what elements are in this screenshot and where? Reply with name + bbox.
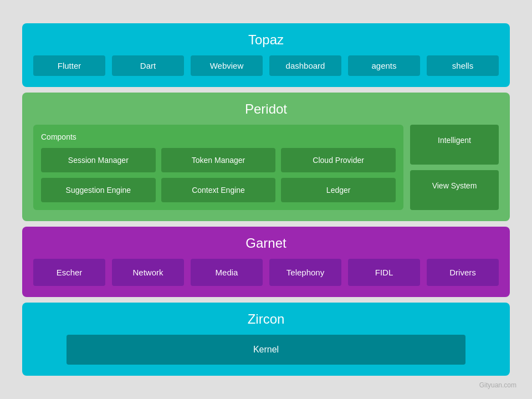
componts-label: Componts xyxy=(41,132,396,141)
zircon-layer: Zircon Kernel xyxy=(22,303,510,376)
peridot-components-box: Componts Session Manager Token Manager C… xyxy=(33,125,403,210)
peridot-token-manager: Token Manager xyxy=(161,148,276,172)
topaz-shells: shells xyxy=(427,55,499,76)
topaz-dashboard: dashboard xyxy=(269,55,341,76)
peridot-right: Intelligent View System xyxy=(410,125,499,210)
garnet-fidl: FIDL xyxy=(348,259,420,286)
topaz-items: Flutter Dart Webview dashboard agents sh… xyxy=(33,55,499,76)
garnet-title: Garnet xyxy=(33,236,499,251)
garnet-drivers: Drivers xyxy=(427,259,499,286)
peridot-session-manager: Session Manager xyxy=(41,148,156,172)
peridot-ledger: Ledger xyxy=(281,178,396,202)
topaz-dart: Dart xyxy=(112,55,184,76)
peridot-suggestion-engine: Suggestion Engine xyxy=(41,178,156,202)
peridot-cloud-provider: Cloud Provider xyxy=(281,148,396,172)
architecture-diagram: Topaz Flutter Dart Webview dashboard age… xyxy=(22,23,510,376)
peridot-layer: Peridot Componts Session Manager Token M… xyxy=(22,93,510,221)
topaz-agents: agents xyxy=(348,55,420,76)
garnet-network: Network xyxy=(112,259,184,286)
topaz-title: Topaz xyxy=(33,32,499,48)
peridot-inner: Componts Session Manager Token Manager C… xyxy=(33,125,499,210)
peridot-title: Peridot xyxy=(33,101,499,117)
garnet-escher: Escher xyxy=(33,259,105,286)
peridot-context-engine: Context Engine xyxy=(161,178,276,202)
topaz-flutter: Flutter xyxy=(33,55,105,76)
garnet-media: Media xyxy=(191,259,263,286)
garnet-items: Escher Network Media Telephony FIDL Driv… xyxy=(33,259,499,286)
peridot-grid: Session Manager Token Manager Cloud Prov… xyxy=(41,148,396,202)
zircon-title: Zircon xyxy=(33,311,499,327)
peridot-view-system: View System xyxy=(410,170,499,210)
watermark: Gityuan.com xyxy=(479,381,516,389)
peridot-intelligent: Intelligent xyxy=(410,125,499,165)
topaz-webview: Webview xyxy=(191,55,263,76)
topaz-layer: Topaz Flutter Dart Webview dashboard age… xyxy=(22,23,510,87)
garnet-layer: Garnet Escher Network Media Telephony FI… xyxy=(22,227,510,297)
kernel-box: Kernel xyxy=(66,335,466,365)
garnet-telephony: Telephony xyxy=(269,259,341,286)
